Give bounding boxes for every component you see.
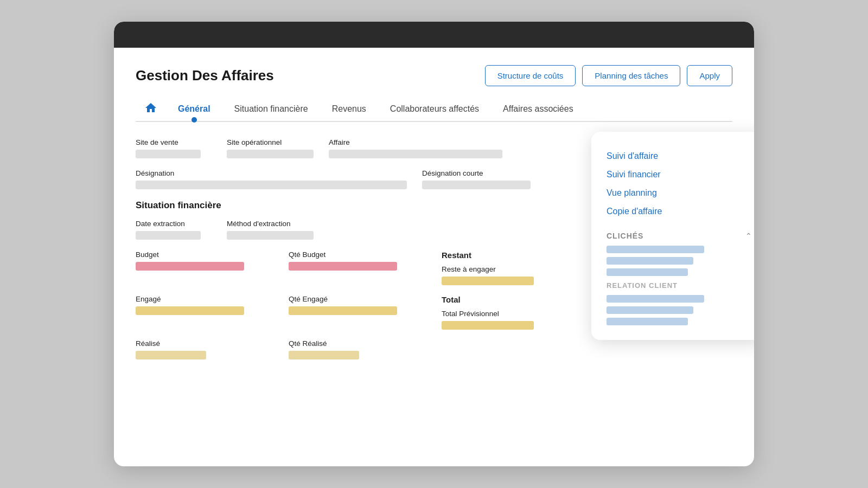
engage-bar: [136, 306, 244, 315]
planning-tasks-button[interactable]: Planning des tâches: [582, 65, 680, 86]
total-previsionnel-field: Total Prévisionnel: [442, 310, 579, 330]
structure-costs-button[interactable]: Structure de coûts: [485, 65, 576, 86]
tab-situation-financiere[interactable]: Situation financière: [222, 99, 320, 119]
cliche-bar-3: [607, 268, 688, 276]
methode-extraction-input[interactable]: [227, 231, 314, 240]
reste-a-engager-field: Reste à engager: [442, 265, 579, 285]
side-panel-menu: Suivi d'affaire Suivi financier Vue plan…: [607, 147, 752, 221]
menu-suivi-financier[interactable]: Suivi financier: [607, 165, 752, 184]
apply-button[interactable]: Apply: [687, 65, 732, 86]
realise-field: Réalisé: [136, 339, 273, 359]
relation-bar-3: [607, 318, 688, 325]
qte-realise-bar: [289, 351, 359, 359]
nav-tabs: Général Situation financière Revenus Col…: [136, 97, 732, 122]
relation-client-content: [607, 295, 752, 325]
cliche-bar-2: [607, 257, 693, 265]
qte-budget-field: Qté Budget: [289, 251, 426, 285]
nav-home[interactable]: [136, 97, 166, 121]
relation-client-label: RELATION CLIENT: [607, 281, 752, 290]
menu-suivi-affaire[interactable]: Suivi d'affaire: [607, 147, 752, 165]
side-panel: Suivi d'affaire Suivi financier Vue plan…: [591, 132, 754, 340]
site-vente-input[interactable]: [136, 150, 201, 158]
cliches-chevron[interactable]: ⌃: [745, 232, 752, 240]
engage-field: Engagé: [136, 295, 273, 330]
site-operationnel-input[interactable]: [227, 150, 314, 158]
menu-copie-affaire[interactable]: Copie d'affaire: [607, 202, 752, 221]
budget-bar: [136, 262, 244, 271]
cliches-section-header: CLICHÉS ⌃: [607, 232, 752, 240]
tab-general[interactable]: Général: [166, 99, 222, 119]
relation-bar-1: [607, 295, 704, 303]
date-extraction-field: Date extraction: [136, 220, 212, 240]
qte-realise-field: Qté Réalisé: [289, 339, 426, 359]
date-extraction-input[interactable]: [136, 231, 201, 240]
tab-affaires-associees[interactable]: Affaires associées: [491, 99, 585, 119]
qte-budget-bar: [289, 262, 397, 271]
tab-collaborateurs[interactable]: Collaborateurs affectés: [378, 99, 491, 119]
designation-courte-field: Désignation courte: [422, 169, 531, 189]
affaire-input[interactable]: [329, 150, 502, 158]
active-tab-indicator: [192, 117, 197, 123]
header-row: Gestion Des Affaires Structure de coûts …: [136, 65, 732, 86]
home-icon: [144, 101, 157, 117]
qte-engage-bar: [289, 306, 397, 315]
site-operationnel-field: Site opérationnel: [227, 138, 314, 158]
titlebar: [114, 22, 754, 48]
cliches-content: [607, 246, 752, 276]
site-vente-field: Site de vente: [136, 138, 212, 158]
tab-revenus[interactable]: Revenus: [320, 99, 378, 119]
relation-bar-2: [607, 306, 693, 314]
reste-engager-bar: [442, 277, 534, 285]
header-buttons: Structure de coûts Planning des tâches A…: [485, 65, 732, 86]
total-previsionnel-bar: [442, 321, 534, 330]
budget-field: Budget: [136, 251, 273, 285]
menu-vue-planning[interactable]: Vue planning: [607, 184, 752, 202]
designation-courte-input[interactable]: [422, 181, 531, 189]
designation-field: Désignation: [136, 169, 407, 189]
qte-engage-field: Qté Engagé: [289, 295, 426, 330]
designation-input[interactable]: [136, 181, 407, 189]
realise-bar: [136, 351, 206, 359]
cliche-bar-1: [607, 246, 704, 253]
page-title: Gestion Des Affaires: [136, 67, 274, 84]
methode-extraction-field: Méthod d'extraction: [227, 220, 314, 240]
